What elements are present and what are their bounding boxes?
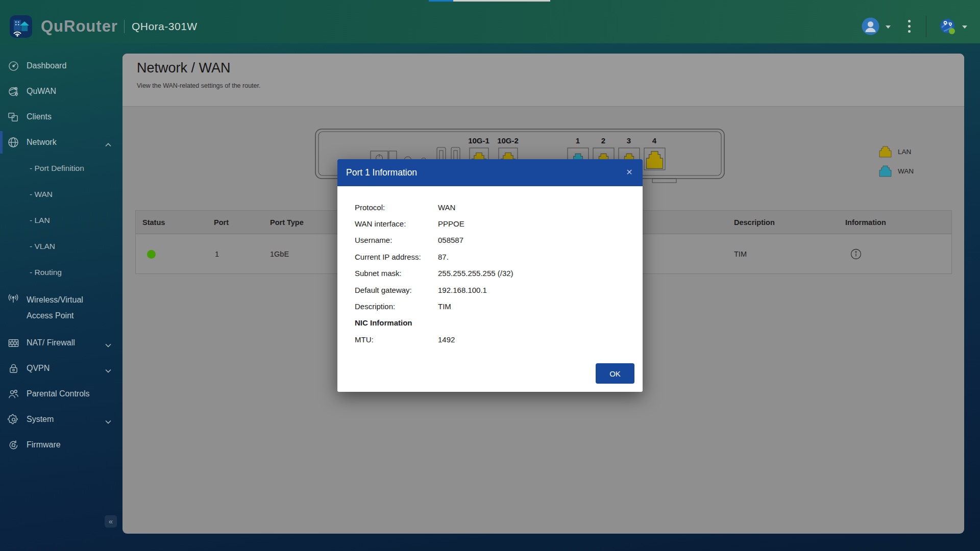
field-label: MTU: <box>337 335 438 344</box>
sidebar-item-system[interactable]: System <box>0 407 122 432</box>
port-label-2: 2 <box>601 136 605 145</box>
sidebar-item-label: Parental Controls <box>27 389 90 398</box>
status-dot <box>147 250 156 259</box>
port-label-4: 4 <box>652 136 657 145</box>
close-icon[interactable]: ✕ <box>623 166 635 179</box>
page-subtitle: View the WAN-related settings of the rou… <box>137 82 260 89</box>
col-port: Port <box>214 211 229 234</box>
field-value: 87. <box>438 253 449 261</box>
page-header: Network / WAN View the WAN-related setti… <box>122 54 964 107</box>
sidebar-item-wan[interactable]: - WAN <box>0 181 122 207</box>
sidebar-item-routing[interactable]: - Routing <box>0 259 122 285</box>
dialog-row: MTU: 1492 <box>337 331 643 347</box>
legend-lan: LAN <box>879 142 914 161</box>
lock-icon <box>7 362 20 375</box>
field-label: Protocol: <box>337 203 438 212</box>
sidebar-item-qvpn[interactable]: QVPN <box>0 356 122 381</box>
network-globe-icon <box>7 136 20 149</box>
info-icon[interactable] <box>850 248 862 260</box>
sidebar-item-label: - VLAN <box>30 242 55 251</box>
quwan-menu-caret-icon[interactable] <box>962 26 967 29</box>
topbar-divider <box>124 20 125 33</box>
sidebar-item-wireless-vap[interactable]: Wireless/Virtual Access Point <box>0 285 122 330</box>
user-avatar-icon[interactable] <box>862 17 879 35</box>
sidebar-item-label: QVPN <box>27 364 50 373</box>
sidebar-item-network[interactable]: Network <box>0 130 122 155</box>
dialog-body: Protocol: WAN WAN interface: PPPOE Usern… <box>337 186 643 348</box>
dialog-title: Port 1 Information <box>346 167 417 178</box>
cell-port: 1 <box>215 234 219 274</box>
ok-button[interactable]: OK <box>596 363 634 384</box>
sidebar-item-nat-firewall[interactable]: NAT/ Firewall <box>0 330 122 356</box>
dialog-header: Port 1 Information ✕ <box>337 159 643 186</box>
wan-plug-icon <box>879 165 892 177</box>
sidebar-nav: Dashboard QuWAN Clients Networ <box>0 43 122 551</box>
sidebar-item-clients[interactable]: Clients <box>0 104 122 130</box>
sidebar-item-label: Network <box>27 138 57 147</box>
port-label-10g2: 10G-2 <box>497 136 519 145</box>
field-label: Description: <box>337 302 438 311</box>
port-legend: LAN WAN <box>879 142 914 181</box>
progress-bar-track <box>453 0 550 2</box>
field-value: 058587 <box>438 236 463 244</box>
sidebar-item-label: Wireless/Virtual Access Point <box>27 292 104 323</box>
page-title: Network / WAN <box>137 60 231 76</box>
sidebar-item-port-definition[interactable]: - Port Definition <box>0 155 122 181</box>
users-icon <box>7 387 20 400</box>
dialog-row: Current IP address: 87. <box>337 248 643 265</box>
dashboard-icon <box>7 59 20 72</box>
sidebar-item-label: NAT/ Firewall <box>27 338 75 347</box>
lan-plug-icon <box>879 146 892 158</box>
sidebar-item-parental-controls[interactable]: Parental Controls <box>0 381 122 407</box>
user-menu-caret-icon[interactable] <box>886 26 891 29</box>
topbar-separator <box>926 16 926 37</box>
port-label-1: 1 <box>576 136 580 145</box>
qurouter-app: QuRouter QHora-301W <box>0 0 980 551</box>
firewall-icon <box>7 336 20 349</box>
field-label: Subnet mask: <box>337 269 438 278</box>
field-value: TIM <box>438 302 451 311</box>
field-label: Username: <box>337 236 438 244</box>
sidebar-item-label: Firmware <box>27 440 61 449</box>
field-value: PPPOE <box>438 219 464 228</box>
legend-wan-label: WAN <box>898 167 914 175</box>
sidebar-item-lan[interactable]: - LAN <box>0 207 122 233</box>
sidebar-item-label: - LAN <box>30 216 50 225</box>
sidebar-item-dashboard[interactable]: Dashboard <box>0 53 122 79</box>
qurouter-logo-icon[interactable] <box>10 15 32 38</box>
sidebar-item-quwan[interactable]: QuWAN <box>0 79 122 104</box>
col-status: Status <box>142 211 165 234</box>
legend-wan: WAN <box>879 161 914 181</box>
chevron-down-icon <box>105 417 111 426</box>
dialog-row: Subnet mask: 255.255.255.255 (/32) <box>337 265 643 282</box>
chevron-up-icon <box>105 140 111 149</box>
cell-port-type: 1GbE <box>270 234 289 274</box>
field-value: 255.255.255.255 (/32) <box>438 269 513 278</box>
dialog-row: Description: TIM <box>337 298 643 314</box>
field-label: Default gateway: <box>337 286 438 294</box>
wordmark: QuRouter <box>41 17 118 36</box>
sidebar-item-label: - WAN <box>30 190 53 199</box>
field-label: Current IP address: <box>337 253 438 261</box>
field-label: WAN interface: <box>337 219 438 228</box>
quwan-globe-icon[interactable] <box>940 18 956 35</box>
device-model: QHora-301W <box>132 20 198 33</box>
top-bar: QuRouter QHora-301W <box>0 0 980 43</box>
legend-lan-label: LAN <box>898 148 911 156</box>
col-information: Information <box>845 211 886 234</box>
more-options-icon[interactable] <box>906 18 913 35</box>
field-value: 1492 <box>438 335 455 344</box>
chevron-down-icon <box>105 340 111 349</box>
sidebar-item-label: System <box>27 415 54 424</box>
port-information-dialog: Port 1 Information ✕ Protocol: WAN WAN i… <box>337 159 643 392</box>
field-value: WAN <box>438 203 455 212</box>
dialog-row: Protocol: WAN <box>337 199 643 215</box>
sidebar-item-vlan[interactable]: - VLAN <box>0 233 122 259</box>
port-label-3: 3 <box>627 136 631 145</box>
cell-description: TIM <box>734 234 747 274</box>
sidebar-collapse-button[interactable]: « <box>105 515 117 528</box>
progress-bar-fill <box>429 0 453 2</box>
sidebar-item-firmware[interactable]: Firmware <box>0 432 122 458</box>
dialog-row: Username: 058587 <box>337 232 643 248</box>
chevron-down-icon <box>105 366 111 375</box>
